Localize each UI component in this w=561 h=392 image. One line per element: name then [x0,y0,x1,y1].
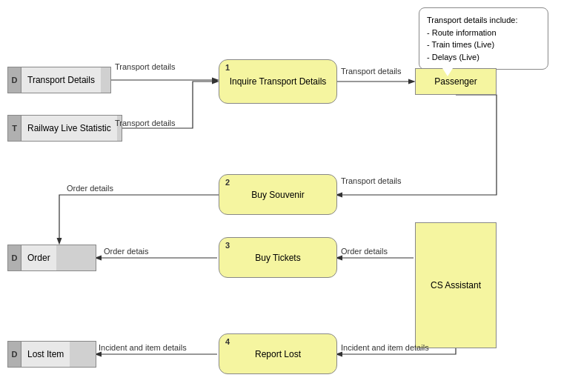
process-1: 1 Inquire Transport Details [219,59,337,104]
entity-railway-live: T Railway Live Statistic [7,115,122,142]
actor-cs-assistant: CS Assistant [415,222,497,348]
label-transport-details-4: Transport details [341,176,402,185]
label-transport-details-1: Transport details [115,62,176,71]
entity-type-t: T [8,116,21,141]
entity-type-d3: D [8,342,21,367]
entity-order: D Order [7,245,96,271]
entity-transport-details: D Transport Details [7,67,111,93]
label-order-detais: Order detais [104,247,149,256]
label-transport-details-2: Transport details [115,119,176,127]
actor-passenger-label: Passenger [434,76,477,87]
label-order-details-2: Order details [341,247,388,256]
speech-bubble: Transport details include: - Route infor… [419,7,548,70]
process-3: 3 Buy Tickets [219,237,337,278]
entity-order-label: Order [21,245,56,270]
process-4-name: Report Lost [255,349,301,359]
entity-lost-item-label: Lost Item [21,342,70,367]
entity-transport-details-label: Transport Details [21,67,101,93]
process-1-name: Inquire Transport Details [230,76,327,87]
process-2-number: 2 [225,178,230,187]
process-2-name: Buy Souvenir [251,190,304,200]
actor-passenger: Passenger [415,68,497,95]
process-3-number: 3 [225,241,230,250]
label-order-details-1: Order details [67,184,113,193]
process-4-number: 4 [225,337,230,346]
entity-type-d: D [8,67,21,93]
entity-type-d2: D [8,245,21,270]
label-incident-1: Incident and item details [99,343,187,352]
label-transport-details-3: Transport details [341,67,402,76]
process-3-name: Buy Tickets [255,253,300,263]
process-1-number: 1 [225,63,230,72]
diagram-container: Transport details include: - Route infor… [0,0,561,392]
process-4: 4 Report Lost [219,333,337,374]
process-2: 2 Buy Souvenir [219,174,337,215]
label-incident-2: Incident and item details [341,343,429,352]
entity-lost-item: D Lost Item [7,341,96,368]
actor-cs-assistant-label: CS Assistant [431,280,481,290]
entity-railway-live-label: Railway Live Statistic [21,116,117,141]
